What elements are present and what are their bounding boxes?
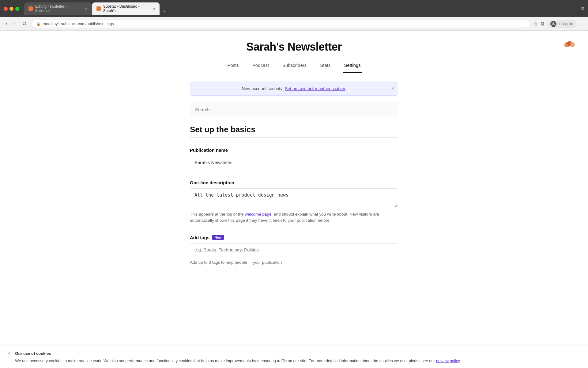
- address-bar-row: ‹ › ↺ 🔒 moodjoy1.substack.com/publish/se…: [0, 17, 588, 31]
- user-avatar-cluster[interactable]: [564, 39, 576, 50]
- tags-hint: Add up to 3 tags to help people ... your…: [190, 259, 398, 266]
- browser-chrome: Editing newsletter - Substack × Substack…: [0, 0, 588, 17]
- field-group-description: One-line description All the latest prod…: [190, 180, 398, 224]
- address-text: moodjoy1.substack.com/publish/settings: [43, 21, 114, 26]
- security-banner: New account security: Set up two-factor …: [190, 82, 398, 96]
- cookie-banner: × Our use of cookies We use necessary co…: [0, 346, 588, 368]
- incognito-avatar: [550, 21, 556, 27]
- split-view-button[interactable]: ⧉: [541, 21, 544, 27]
- new-badge: New: [212, 235, 224, 240]
- maximize-window-button[interactable]: [15, 7, 19, 11]
- publication-name-input[interactable]: [190, 156, 398, 169]
- nav-item-settings[interactable]: Settings: [343, 59, 362, 73]
- avatar-cluster-icon: [564, 39, 576, 50]
- forward-button[interactable]: ›: [12, 20, 18, 28]
- new-tab-button[interactable]: +: [160, 8, 168, 15]
- browser-tab-2[interactable]: Substack Dashboard - Sarah's... ×: [92, 2, 160, 15]
- tab-label-2: Substack Dashboard - Sarah's...: [103, 4, 150, 13]
- field-label-tags: Add tags New: [190, 235, 398, 240]
- browser-options-button[interactable]: ⋮: [579, 21, 584, 27]
- browser-menu-button[interactable]: ≡: [581, 6, 584, 12]
- field-group-publication-name: Publication name: [190, 148, 398, 169]
- tab-favicon-2: [96, 6, 101, 11]
- site-nav: Posts Podcast Subscribers Stats Settings: [0, 53, 588, 73]
- address-field[interactable]: 🔒 moodjoy1.substack.com/publish/settings: [32, 20, 530, 28]
- welcome-page-link[interactable]: welcome page: [245, 212, 271, 217]
- back-button[interactable]: ‹: [4, 20, 9, 28]
- reload-button[interactable]: ↺: [21, 20, 28, 28]
- nav-item-podcast[interactable]: Podcast: [251, 59, 270, 73]
- cookie-title: Our use of cookies: [15, 351, 461, 357]
- lock-icon: 🔒: [36, 22, 41, 26]
- toolbar-icons: ☆ ⧉ Incognito ⋮: [533, 20, 584, 28]
- page-content: Sarah's Newsletter Posts Podcast Subscri…: [0, 31, 588, 368]
- traffic-lights: [4, 7, 19, 11]
- svg-point-0: [552, 22, 554, 24]
- tab-close-2[interactable]: ×: [153, 6, 155, 11]
- privacy-policy-link[interactable]: privacy policy: [436, 358, 460, 363]
- svg-point-3: [570, 42, 575, 47]
- incognito-badge[interactable]: Incognito: [547, 20, 576, 28]
- incognito-label: Incognito: [558, 22, 573, 26]
- nav-item-posts[interactable]: Posts: [226, 59, 240, 73]
- field-label-description: One-line description: [190, 180, 398, 185]
- field-label-publication-name: Publication name: [190, 148, 398, 153]
- search-input[interactable]: [190, 103, 398, 116]
- tabs-bar: Editing newsletter - Substack × Substack…: [24, 2, 579, 15]
- cookie-text: Our use of cookies We use necessary cook…: [15, 351, 461, 364]
- bookmark-button[interactable]: ☆: [533, 21, 538, 27]
- tab-favicon-1: [28, 6, 33, 11]
- cookie-body: We use necessary cookies to make our sit…: [15, 358, 461, 363]
- field-group-tags: Add tags New Add up to 3 tags to help pe…: [190, 235, 398, 266]
- tab-close-1[interactable]: ×: [85, 6, 87, 11]
- banner-close-button[interactable]: ×: [391, 86, 394, 91]
- close-window-button[interactable]: [4, 7, 8, 11]
- two-factor-link[interactable]: Set up two-factor authentication: [285, 86, 345, 91]
- security-banner-text: New account security: Set up two-factor …: [242, 86, 346, 91]
- nav-item-subscribers[interactable]: Subscribers: [281, 59, 308, 73]
- description-hint: This appears at the top of the welcome p…: [190, 211, 398, 224]
- browser-titlebar: Editing newsletter - Substack × Substack…: [4, 2, 584, 17]
- nav-item-stats[interactable]: Stats: [319, 59, 332, 73]
- description-textarea[interactable]: All the latest product design news: [190, 188, 398, 207]
- minimize-window-button[interactable]: [9, 7, 13, 11]
- browser-tab-1[interactable]: Editing newsletter - Substack ×: [24, 2, 92, 15]
- main-content: New account security: Set up two-factor …: [184, 73, 404, 295]
- tags-input[interactable]: [190, 243, 398, 256]
- section-divider: [190, 137, 398, 138]
- tab-label-1: Editing newsletter - Substack: [35, 4, 82, 13]
- section-title: Set up the basics: [190, 125, 398, 134]
- site-header: Sarah's Newsletter: [0, 31, 588, 53]
- site-title: Sarah's Newsletter: [0, 40, 588, 53]
- cookie-close-button[interactable]: ×: [7, 351, 10, 356]
